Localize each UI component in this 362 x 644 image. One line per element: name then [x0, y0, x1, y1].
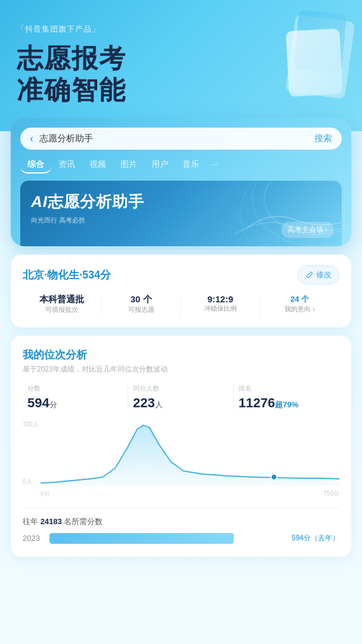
decorative-papers	[273, 12, 350, 107]
score-distribution-chart: 720人 0人	[23, 420, 339, 498]
edit-button[interactable]: 修改	[298, 265, 339, 284]
nav-tabs: 综合 资讯 视频 图片 用户 音乐 ···	[20, 157, 342, 174]
stat-intention[interactable]: 24 个 我的意向 ›	[260, 294, 339, 317]
search-bar[interactable]: ‹ 志愿分析助手 搜索	[20, 128, 342, 150]
stat-batch: 本科普通批 可填报批次	[23, 294, 102, 317]
back-button[interactable]: ‹	[30, 132, 33, 145]
stat-quota: 30 个 可报志愿	[102, 294, 181, 317]
stat-batch-label: 可填报批次	[25, 305, 99, 314]
score-value: 594分	[27, 395, 123, 411]
historical-section: 往年 24183 名所需分数 2023 594分（去年）	[23, 507, 339, 544]
stat-rank: 排名 11276超79%	[234, 384, 339, 411]
tab-用户[interactable]: 用户	[144, 157, 175, 174]
analysis-subtitle: 基于2023年成绩，对比近几年同位次分数波动	[23, 364, 339, 374]
info-card: 北京·物化生·534分 修改 本科普通批 可填报批次 30 个 可报志愿 9:1…	[11, 255, 351, 327]
gaokao-cta-button[interactable]: 高考主会场 ›	[281, 222, 333, 238]
stat-batch-value: 本科普通批	[25, 294, 99, 305]
stat-ratio: 9:12:9 冲稳保比例	[181, 294, 261, 317]
edit-label: 修改	[316, 270, 332, 280]
same-score-value: 223人	[133, 395, 228, 411]
deco-paper-front	[286, 29, 343, 97]
info-header: 北京·物化生·534分 修改	[23, 265, 339, 284]
y-label-min: 0人	[23, 478, 39, 486]
ai-prefix: AI	[31, 193, 48, 210]
rank-label: 排名	[239, 384, 335, 393]
rank-value: 11276超79%	[239, 395, 335, 411]
svg-point-3	[271, 474, 277, 480]
tab-音乐[interactable]: 音乐	[175, 157, 206, 174]
x-label-max: 750分	[323, 490, 339, 498]
stat-quota-value: 30 个	[104, 294, 178, 305]
analysis-card: 我的位次分析 基于2023年成绩，对比近几年同位次分数波动 分数 594分 同分…	[11, 336, 351, 557]
score-2023: 594分（去年）	[292, 533, 339, 543]
historical-row-2023: 2023 594分（去年）	[23, 533, 339, 544]
stat-intention-value: 24 个	[262, 294, 337, 305]
ai-banner-title: AI志愿分析助手	[31, 191, 331, 212]
tab-综合[interactable]: 综合	[20, 157, 51, 174]
edit-icon	[305, 271, 314, 279]
tab-资讯[interactable]: 资讯	[51, 157, 82, 174]
tab-more[interactable]: ···	[206, 157, 223, 174]
stat-quota-label: 可报志愿	[104, 305, 178, 314]
stat-same-score-count: 同分人数 223人	[128, 384, 234, 411]
stat-ratio-value: 9:12:9	[184, 294, 258, 304]
historical-title: 往年 24183 名所需分数	[23, 516, 339, 527]
chart-y-labels: 720人 0人	[23, 420, 39, 486]
score-stats: 分数 594分 同分人数 223人 排名 11276超79%	[23, 384, 339, 411]
analysis-title: 我的位次分析	[23, 348, 339, 362]
user-location-score: 北京·物化生·534分	[23, 268, 111, 282]
y-label-max: 720人	[23, 420, 39, 429]
same-score-label: 同分人数	[133, 384, 228, 393]
search-button[interactable]: 搜索	[314, 133, 332, 144]
chart-x-labels: 0分 750分	[41, 490, 339, 498]
search-query: 志愿分析助手	[39, 133, 314, 144]
stat-ratio-label: 冲稳保比例	[184, 304, 258, 313]
stat-intention-label: 我的意向 ›	[262, 305, 337, 314]
tab-图片[interactable]: 图片	[113, 157, 144, 174]
info-stats: 本科普通批 可填报批次 30 个 可报志愿 9:12:9 冲稳保比例 24 个 …	[23, 294, 339, 317]
score-label: 分数	[27, 384, 123, 393]
x-label-min: 0分	[41, 490, 50, 498]
bar-2023	[49, 533, 234, 544]
ai-banner[interactable]: AI志愿分析助手 向光而行 高考必胜 高考主会场 ›	[20, 181, 342, 246]
browser-card: ‹ 志愿分析助手 搜索 综合 资讯 视频 图片 用户 音乐 ···	[11, 118, 351, 246]
year-2023: 2023	[23, 534, 44, 543]
tab-视频[interactable]: 视频	[82, 157, 113, 174]
bar-container-2023	[49, 533, 286, 544]
chart-svg	[41, 420, 339, 486]
stat-score: 分数 594分	[23, 384, 128, 411]
